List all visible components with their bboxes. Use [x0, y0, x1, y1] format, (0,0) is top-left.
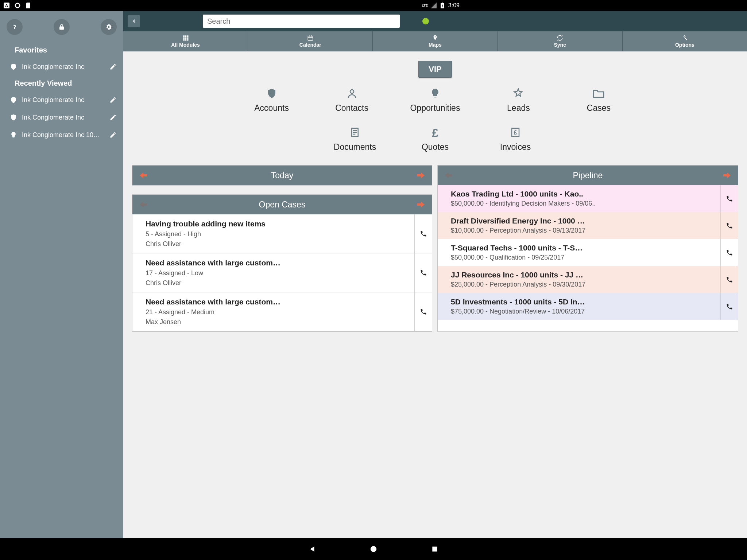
module-accounts[interactable]: Accounts: [250, 87, 294, 113]
lock-button[interactable]: [54, 19, 70, 35]
case-owner: Chris Olliver: [146, 279, 409, 287]
sidebar-recent-item[interactable]: Ink Conglomerate Inc 1000 uni…: [0, 126, 123, 144]
module-quotes[interactable]: £Quotes: [413, 126, 457, 152]
pipeline-meta: $50,000.00 - Identifying Decision Makers…: [451, 200, 463, 207]
case-row[interactable]: Having trouble adding new items5 - Assig…: [132, 214, 432, 253]
svg-text:£: £: [432, 127, 438, 138]
pipeline-title: T-Squared Techs - 1000 units - T-S…: [451, 244, 463, 252]
case-meta: 5 - Assigned - High: [146, 230, 409, 238]
tab-label: Maps: [429, 42, 442, 48]
status-circle-icon: [15, 3, 20, 8]
search-placeholder: Search: [207, 17, 230, 26]
svg-rect-6: [183, 35, 185, 37]
pipeline-meta: $50,000.00 - Qualification - 09/25/2017: [451, 254, 463, 261]
case-row[interactable]: Need assistance with large custom…17 - A…: [132, 253, 432, 292]
sidebar-recent-item[interactable]: Ink Conglomerate Inc: [0, 109, 123, 126]
pencil-icon[interactable]: [108, 112, 118, 122]
search-input[interactable]: Search: [203, 15, 400, 28]
status-time: 3:09: [448, 2, 460, 9]
pipeline-row[interactable]: 5D Investments - 1000 units - 5D In…$75,…: [438, 293, 463, 320]
prev-arrow[interactable]: [138, 171, 148, 179]
module-opportunities[interactable]: Opportunities: [410, 87, 460, 113]
pencil-icon[interactable]: [108, 62, 118, 72]
svg-text:?: ?: [13, 24, 16, 30]
call-button[interactable]: [414, 292, 432, 331]
svg-rect-7: [185, 35, 186, 37]
module-label: Contacts: [335, 103, 368, 113]
today-panel: Today: [132, 165, 432, 186]
open-cases-label: Open Cases: [259, 200, 306, 210]
next-arrow[interactable]: [416, 201, 426, 209]
case-owner: Max Jensen: [146, 318, 409, 326]
pipeline-title: Draft Diversified Energy Inc - 1000 …: [451, 217, 463, 225]
tab-maps[interactable]: Maps: [373, 31, 463, 51]
favorites-heading: Favorites: [0, 42, 123, 58]
module-label: Accounts: [254, 103, 289, 113]
help-button[interactable]: ?: [7, 19, 23, 35]
signal-icon: [431, 3, 437, 8]
pipeline-row[interactable]: JJ Resources Inc - 1000 units - JJ …$25,…: [438, 266, 463, 293]
svg-rect-8: [187, 35, 188, 37]
case-title: Need assistance with large custom…: [146, 258, 409, 267]
call-button[interactable]: [414, 214, 432, 253]
shield-icon: [266, 87, 278, 100]
tab-label: Calendar: [299, 42, 321, 48]
vip-badge[interactable]: VIP: [418, 61, 452, 78]
module-contacts[interactable]: Contacts: [330, 87, 374, 113]
pipeline-header: Pipeline: [438, 166, 463, 185]
module-label: Documents: [334, 142, 376, 152]
status-lte: LTE: [422, 4, 428, 7]
case-row[interactable]: Need assistance with large custom…21 - A…: [132, 292, 432, 331]
top-bar: Search: [123, 11, 463, 31]
status-sd-icon: [26, 3, 31, 8]
shield-icon: [9, 96, 18, 104]
recent-heading: Recently Viewed: [0, 75, 123, 91]
sidebar-item-label: Ink Conglomerate Inc 1000 uni…: [22, 131, 104, 139]
settings-button[interactable]: [101, 19, 117, 35]
case-meta: 21 - Assigned - Medium: [146, 308, 409, 316]
module-label: Quotes: [422, 142, 449, 152]
pipeline-meta: $10,000.00 - Perception Analysis - 09/13…: [451, 227, 463, 234]
sidebar-favorite-item[interactable]: Ink Conglomerate Inc: [0, 58, 123, 75]
pipeline-row[interactable]: Draft Diversified Energy Inc - 1000 …$10…: [438, 212, 463, 239]
sidebar-item-label: Ink Conglomerate Inc: [22, 114, 104, 121]
pipeline-row[interactable]: Kaos Trading Ltd - 1000 units - Kao..$50…: [438, 185, 463, 212]
svg-rect-10: [185, 38, 186, 39]
battery-icon: [440, 3, 445, 8]
sidebar: ? Favorites Ink Conglomerate Inc Recentl…: [0, 11, 123, 347]
pipeline-meta: $25,000.00 - Perception Analysis - 09/30…: [451, 281, 463, 288]
sidebar-recent-item[interactable]: Ink Conglomerate Inc: [0, 91, 123, 109]
svg-rect-12: [183, 39, 185, 41]
module-grid: Accounts Contacts Opportunities Leads Ca…: [132, 87, 463, 113]
module-documents[interactable]: Documents: [333, 126, 377, 152]
pipeline-title: 5D Investments - 1000 units - 5D In…: [451, 298, 463, 306]
tab-label: All Modules: [171, 42, 200, 48]
pipeline-row[interactable]: T-Squared Techs - 1000 units - T-S…$50,0…: [438, 239, 463, 266]
sidebar-item-label: Ink Conglomerate Inc: [22, 63, 104, 71]
back-button[interactable]: [128, 15, 140, 27]
case-owner: Chris Olliver: [146, 240, 409, 248]
status-app-icon: A: [4, 3, 9, 8]
pound-icon: £: [429, 126, 441, 139]
tab-all-modules[interactable]: All Modules: [123, 31, 248, 51]
pencil-icon[interactable]: [108, 95, 118, 105]
person-icon: [346, 87, 358, 100]
next-arrow[interactable]: [416, 171, 426, 179]
pipeline-meta: $75,000.00 - Negotiation/Review - 10/06/…: [451, 308, 463, 315]
case-title: Having trouble adding new items: [146, 219, 409, 228]
sidebar-item-label: Ink Conglomerate Inc: [22, 96, 104, 104]
tab-calendar[interactable]: Calendar: [248, 31, 373, 51]
bulb-icon: [429, 87, 441, 100]
today-label: Today: [271, 171, 293, 180]
svg-rect-15: [308, 36, 313, 40]
pipeline-title: JJ Resources Inc - 1000 units - JJ …: [451, 271, 463, 279]
bulb-icon: [9, 131, 18, 139]
svg-rect-13: [185, 39, 186, 41]
pencil-icon[interactable]: [108, 130, 118, 140]
svg-rect-4: [442, 3, 443, 3]
status-bar: A LTE 3:09: [0, 0, 463, 11]
svg-point-19: [350, 90, 354, 93]
svg-rect-9: [183, 38, 185, 39]
call-button[interactable]: [414, 253, 432, 292]
document-icon: [349, 126, 361, 139]
